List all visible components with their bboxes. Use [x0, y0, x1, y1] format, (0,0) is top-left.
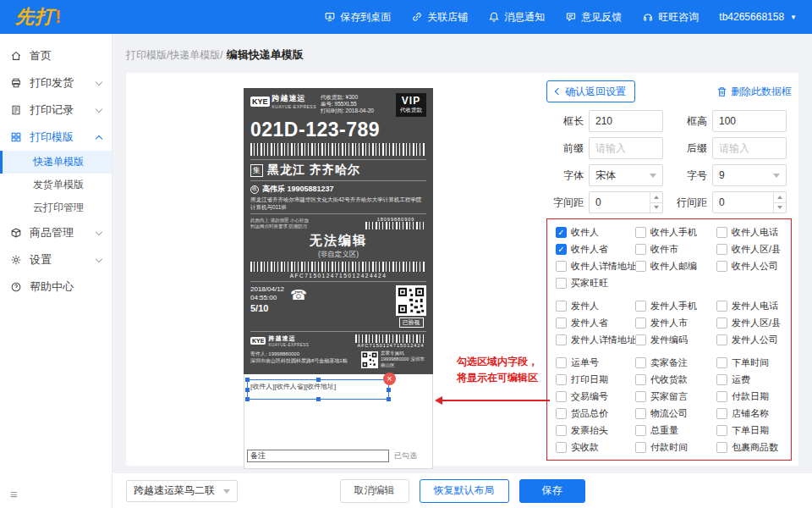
checkbox-icon[interactable] [716, 374, 727, 385]
collapse-sidebar-button[interactable]: ≡ [10, 487, 18, 501]
field-checkbox-item[interactable]: 代收货款 [635, 374, 716, 385]
cancel-edit-button[interactable]: 取消编辑 [340, 479, 409, 503]
step-down-button[interactable] [650, 202, 662, 213]
field-checkbox-item[interactable]: 发件人电话 [716, 301, 787, 312]
box-height-input[interactable] [712, 110, 787, 132]
delete-databox-button[interactable]: 删除此数据框 [716, 85, 792, 99]
sidebar-item-print-templates[interactable]: 打印模版 [0, 124, 112, 151]
checkbox-icon[interactable] [556, 357, 567, 368]
field-checkbox-item[interactable]: 收件市 [635, 244, 716, 255]
field-checkbox-item[interactable]: 买家留言 [635, 391, 716, 402]
checkbox-icon[interactable] [635, 334, 646, 345]
sidebar-item-shipping-template[interactable]: 发货单模版 [0, 174, 112, 196]
field-checkbox-item[interactable]: 发件编码 [635, 334, 716, 345]
checkbox-icon[interactable] [556, 261, 567, 272]
field-checkbox-item[interactable]: 买家旺旺 [556, 278, 635, 289]
app-logo[interactable]: 先打 ! [15, 4, 62, 30]
field-checkbox-item[interactable]: 付款日期 [716, 391, 787, 402]
checkbox-icon[interactable] [716, 442, 727, 453]
checkbox-icon[interactable] [635, 442, 646, 453]
font-select[interactable]: 宋体 [589, 164, 663, 186]
field-checkbox-item[interactable]: 总重量 [635, 425, 716, 436]
checkbox-checked-icon[interactable]: ✓ [556, 227, 567, 238]
step-up-button[interactable] [650, 192, 662, 202]
checkbox-icon[interactable] [635, 374, 646, 385]
field-checkbox-item[interactable]: 发件人手机 [635, 301, 716, 312]
field-checkbox-item[interactable]: ✓收件人省 [556, 244, 635, 255]
checkbox-icon[interactable] [635, 408, 646, 419]
resize-handle[interactable] [387, 388, 391, 392]
resize-handle[interactable] [245, 378, 250, 382]
checkbox-icon[interactable] [556, 301, 567, 312]
field-checkbox-item[interactable]: 实收款 [556, 442, 635, 453]
checkbox-icon[interactable] [635, 301, 646, 312]
field-checkbox-item[interactable]: 下单时间 [716, 357, 787, 368]
field-checkbox-item[interactable]: 发件人区/县 [716, 318, 787, 329]
checkbox-icon[interactable] [635, 391, 646, 402]
sidebar-item-product-management[interactable]: 商品管理 [0, 219, 112, 246]
restore-default-button[interactable]: 恢复默认布局 [420, 479, 509, 503]
checkbox-icon[interactable] [716, 334, 727, 345]
field-checkbox-item[interactable]: 收件人电话 [716, 227, 787, 238]
field-checkbox-item[interactable]: 发票抬头 [556, 425, 635, 436]
resize-handle[interactable] [245, 397, 250, 401]
resize-handle[interactable] [316, 378, 321, 382]
field-checkbox-item[interactable]: 发件人省 [556, 318, 635, 329]
sidebar-item-home[interactable]: 首页 [0, 42, 112, 69]
checkbox-icon[interactable] [716, 261, 727, 272]
checkbox-icon[interactable] [635, 244, 646, 255]
feedback-link[interactable]: 意见反馈 [565, 10, 622, 25]
field-checkbox-item[interactable]: 发件人市 [635, 318, 716, 329]
sidebar-item-settings[interactable]: 设置 [0, 246, 112, 273]
link-shop-link[interactable]: 关联店铺 [411, 10, 468, 25]
checkbox-icon[interactable] [716, 357, 727, 368]
sidebar-item-express-template[interactable]: 快递单模版 [0, 151, 112, 174]
checkbox-checked-icon[interactable]: ✓ [556, 244, 567, 255]
checkbox-icon[interactable] [556, 374, 567, 385]
field-checkbox-item[interactable]: 运单号 [556, 357, 635, 368]
field-checkbox-item[interactable]: 包裹商品数 [716, 442, 787, 453]
checkbox-icon[interactable] [716, 408, 727, 419]
checkbox-icon[interactable] [556, 318, 567, 329]
wangwang-consult-link[interactable]: 旺旺咨询 [642, 10, 699, 25]
checkbox-icon[interactable] [556, 278, 567, 289]
resize-handle[interactable] [387, 397, 391, 401]
checkbox-icon[interactable] [635, 227, 646, 238]
confirm-return-button[interactable]: 确认返回设置 [546, 80, 635, 102]
field-checkbox-item[interactable]: 收件人公司 [716, 261, 787, 272]
checkbox-icon[interactable] [716, 227, 727, 238]
checkbox-icon[interactable] [716, 318, 727, 329]
checkbox-icon[interactable] [716, 391, 727, 402]
font-size-select[interactable]: 9 [712, 164, 787, 186]
account-menu[interactable]: tb4265668158 ▼ [719, 11, 797, 23]
resize-handle[interactable] [316, 397, 321, 401]
field-checkbox-item[interactable]: 发件人公司 [716, 334, 787, 345]
field-checkbox-item[interactable]: 收件人区/县 [716, 244, 787, 255]
checkbox-icon[interactable] [556, 425, 567, 436]
line-spacing-stepper[interactable]: 0 [712, 191, 787, 213]
sidebar-item-print-ship[interactable]: 打印发货 [0, 69, 112, 97]
field-checkbox-item[interactable]: ✓收件人 [556, 227, 635, 238]
checkbox-icon[interactable] [635, 318, 646, 329]
field-checkbox-item[interactable]: 运费 [716, 374, 787, 385]
field-checkbox-item[interactable]: 下单日期 [716, 425, 787, 436]
checkbox-icon[interactable] [556, 442, 567, 453]
field-checkbox-item[interactable]: 店铺名称 [716, 408, 787, 419]
template-select[interactable]: 跨越速运菜鸟二联 [126, 480, 238, 502]
message-notify-link[interactable]: 消息通知 [488, 10, 545, 25]
checkbox-icon[interactable] [556, 391, 567, 402]
field-checkbox-item[interactable]: 打印日期 [556, 374, 635, 385]
field-checkbox-item[interactable]: 货品总价 [556, 408, 635, 419]
field-checkbox-item[interactable]: 收件人详情地址 [556, 261, 635, 272]
sidebar-item-help-center[interactable]: 帮助中心 [0, 273, 112, 301]
box-width-input[interactable] [589, 110, 663, 132]
field-checkbox-item[interactable]: 交易编号 [556, 391, 635, 402]
checkbox-icon[interactable] [635, 357, 646, 368]
save-to-desktop-link[interactable]: 保存到桌面 [324, 10, 391, 25]
field-checkbox-item[interactable]: 物流公司 [635, 408, 716, 419]
checkbox-icon[interactable] [635, 261, 646, 272]
field-checkbox-item[interactable]: 发件人详情地址 [556, 334, 635, 345]
field-checkbox-item[interactable]: 收件人邮编 [635, 261, 716, 272]
sidebar-item-cloud-print[interactable]: 云打印管理 [0, 196, 112, 219]
resize-handle[interactable] [245, 388, 250, 392]
